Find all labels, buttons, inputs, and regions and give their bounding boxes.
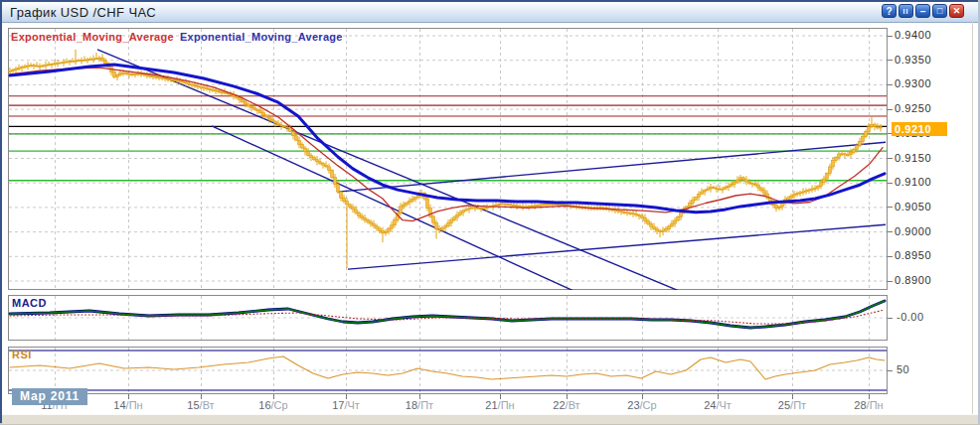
date-tickmark <box>128 394 129 399</box>
price-tickmark <box>888 256 893 257</box>
date-tickmark <box>346 394 347 399</box>
window-title: График USD /CHF ЧАС <box>10 5 156 20</box>
macd-panel-label: MACD <box>12 297 47 309</box>
date-day: 22 <box>553 399 565 411</box>
close-button[interactable]: ✕ <box>949 4 964 18</box>
price-tick-label: 0.9000 <box>895 225 931 237</box>
date-tickmark <box>419 394 420 399</box>
price-tickmark <box>888 84 893 85</box>
date-tickmark <box>500 394 501 399</box>
date-tickmark <box>718 394 719 399</box>
legend-ema-red: Exponential_Moving_Average <box>11 31 174 43</box>
date-weekday: /Пт <box>417 399 433 411</box>
price-tick-label: 0.9050 <box>895 201 931 212</box>
date-tick-label: 25/Пт <box>769 399 815 411</box>
price-tick-label: 0.9100 <box>895 176 931 188</box>
date-day: 23 <box>627 399 639 411</box>
date-day: 14 <box>113 399 125 411</box>
price-tick-label: 0.9300 <box>895 77 931 89</box>
date-day: 16 <box>258 399 270 411</box>
date-weekday: /Вт <box>200 399 215 411</box>
minimize-icon: – <box>916 5 929 18</box>
price-chart-canvas[interactable] <box>8 28 888 290</box>
current-price-badge: 0.9210 <box>892 122 947 136</box>
date-tickmark <box>273 394 274 399</box>
date-day: 18 <box>406 399 417 411</box>
indicator-legend: Exponential_Moving_AverageExponential_Mo… <box>11 31 349 43</box>
price-tickmark <box>888 60 893 61</box>
price-tick-label: 0.9250 <box>895 102 931 114</box>
date-day: 25 <box>778 399 790 411</box>
date-day: 21 <box>485 399 497 411</box>
price-tick-label: 0.9400 <box>895 29 931 41</box>
date-weekday: /Пн <box>498 399 515 411</box>
price-tickmark <box>888 36 893 37</box>
price-tick-label: 0.8950 <box>895 249 931 261</box>
titlebar-buttons: ?II–□✕ <box>882 4 964 18</box>
date-tick-label: 16/Ср <box>250 399 296 411</box>
date-weekday: /Пн <box>126 399 143 411</box>
titlebar[interactable]: График USD /CHF ЧАС ?II–□✕ <box>2 2 978 23</box>
date-tick-label: 23/Ср <box>619 399 665 411</box>
date-tick-label: 21/Пн <box>477 399 523 411</box>
date-weekday: /Пт <box>790 399 806 411</box>
indicator-tickmark <box>888 370 893 371</box>
maximize-icon: □ <box>933 5 946 18</box>
price-tick-label: 0.9350 <box>895 54 931 66</box>
date-tick-label: 22/Вт <box>544 399 589 411</box>
date-weekday: /Ср <box>271 399 288 411</box>
date-day: 24 <box>704 399 716 411</box>
date-tick-label: 28/Пн <box>846 399 892 411</box>
price-tickmark <box>888 109 893 110</box>
date-day: 17 <box>332 399 344 411</box>
date-tick-label: 18/Пт <box>397 399 442 411</box>
legend-ema-blue: Exponential_Moving_Average <box>180 31 343 43</box>
macd-chart-canvas[interactable] <box>8 295 888 341</box>
date-weekday: /Пн <box>867 399 884 411</box>
date-tickmark <box>792 394 793 399</box>
date-weekday: /Чт <box>716 399 731 411</box>
date-tickmark <box>567 394 568 399</box>
macd-axis-value: -0.00 <box>897 311 924 323</box>
month-badge: Мар 2011 <box>12 388 87 405</box>
help-icon: ? <box>883 5 896 18</box>
price-tickmark <box>888 158 893 159</box>
date-tickmark <box>642 394 643 399</box>
pause-button[interactable]: II <box>898 4 913 18</box>
window-bottom-strip <box>2 414 978 424</box>
date-weekday: /Ср <box>640 399 657 411</box>
rsi-panel-label: RSI <box>12 349 32 360</box>
rsi-axis-value: 50 <box>897 363 909 375</box>
date-tickmark <box>201 394 202 399</box>
price-tickmark <box>888 281 893 282</box>
date-weekday: /Чт <box>344 399 359 411</box>
right-edge-divider <box>972 22 973 415</box>
minimize-button[interactable]: – <box>915 4 930 18</box>
date-tick-label: 14/Пн <box>105 399 151 411</box>
date-weekday: /Вт <box>566 399 580 411</box>
date-tick-label: 24/Чт <box>695 399 740 411</box>
price-tick-label: 0.8900 <box>895 274 931 286</box>
date-tick-label: 15/Вт <box>178 399 224 411</box>
rsi-chart-canvas[interactable] <box>8 347 888 394</box>
date-day: 15 <box>187 399 199 411</box>
indicator-tickmark <box>888 318 893 319</box>
pause-icon: II <box>899 5 912 18</box>
price-tickmark <box>888 207 893 208</box>
close-icon: ✕ <box>950 5 963 18</box>
date-day: 28 <box>854 399 866 411</box>
price-tickmark <box>888 231 893 232</box>
chart-window: График USD /CHF ЧАС ?II–□✕ Exponential_M… <box>0 0 980 425</box>
date-tickmark <box>869 394 870 399</box>
price-tickmark <box>888 183 893 184</box>
price-tick-label: 0.9150 <box>895 152 931 164</box>
date-tick-label: 17/Чт <box>323 399 369 411</box>
window-frame-left <box>0 0 2 425</box>
maximize-button[interactable]: □ <box>932 4 947 18</box>
help-button[interactable]: ? <box>882 4 897 18</box>
